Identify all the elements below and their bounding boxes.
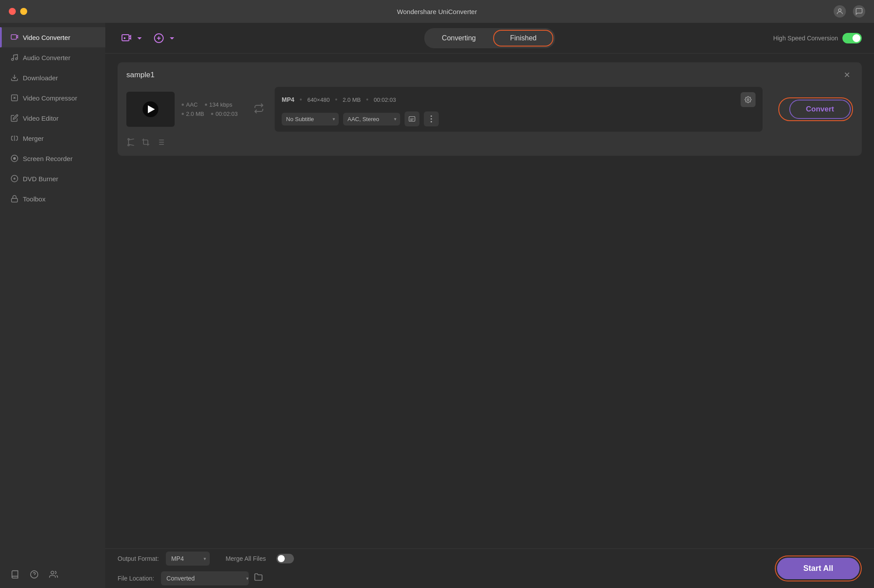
meta-row-1: AAC 134 kbps [182, 101, 243, 108]
sidebar-label-video-converter: Video Converter [23, 34, 70, 41]
sidebar-item-video-compressor[interactable]: Video Compressor [0, 88, 105, 108]
library-icon[interactable] [11, 570, 19, 581]
cut-icon[interactable] [126, 138, 135, 149]
codec-value: AAC [186, 101, 198, 108]
bitrate-value: 134 kbps [209, 101, 233, 108]
sidebar-label-video-compressor: Video Compressor [23, 94, 77, 102]
add-more-button[interactable] [150, 30, 181, 46]
sidebar-item-screen-recorder[interactable]: Screen Recorder [0, 148, 105, 169]
file-card: sample1 ✕ AAC [118, 62, 862, 156]
svg-rect-11 [11, 198, 18, 202]
effects-icon[interactable] [156, 138, 165, 149]
start-all-button[interactable]: Start All [777, 558, 860, 579]
sidebar-label-merger: Merger [23, 135, 44, 142]
play-button[interactable] [143, 101, 158, 117]
user-icon[interactable] [834, 5, 846, 18]
svg-point-14 [51, 571, 54, 574]
output-duration: 00:02:03 [374, 97, 396, 103]
sidebar-item-downloader[interactable]: Downloader [0, 68, 105, 88]
play-icon [148, 105, 155, 113]
meta-dot-2 [205, 104, 207, 106]
svg-point-10 [14, 178, 15, 179]
sidebar-label-toolbox: Toolbox [23, 195, 46, 203]
sidebar-item-audio-converter[interactable]: Audio Converter [0, 47, 105, 68]
sidebar-label-video-editor: Video Editor [23, 115, 58, 122]
subtitle-select[interactable]: No Subtitle Add Subtitle [282, 113, 339, 125]
svg-point-9 [11, 176, 18, 182]
audio-select[interactable]: AAC, Stereo MP3, Stereo [343, 113, 400, 125]
size-value: 2.0 MB [186, 111, 204, 117]
file-location-select[interactable]: Converted Desktop Downloads Custom... [161, 571, 249, 585]
merge-toggle[interactable] [276, 554, 294, 563]
file-name: sample1 [126, 71, 154, 79]
file-location-row: File Location: Converted Desktop Downloa… [118, 571, 294, 585]
svg-point-25 [430, 115, 432, 117]
tab-finished[interactable]: Finished [493, 30, 553, 47]
output-format-label: Output Format: [118, 555, 159, 562]
output-format-select[interactable]: MP4 MOV AVI MKV [166, 552, 210, 566]
output-resolution: 640×480 [307, 97, 330, 103]
convert-button[interactable]: Convert [789, 100, 851, 119]
file-location-label: File Location: [118, 575, 154, 582]
sidebar-label-downloader: Downloader [23, 74, 58, 82]
svg-point-0 [838, 9, 841, 11]
subtitle-select-wrapper: No Subtitle Add Subtitle [282, 113, 339, 125]
title-bar: Wondershare UniConverter [0, 0, 874, 23]
more-options-button[interactable] [424, 111, 439, 126]
file-location-wrapper: Converted Desktop Downloads Custom... [161, 571, 265, 585]
svg-point-26 [430, 118, 432, 119]
sidebar-item-toolbox[interactable]: Toolbox [0, 189, 105, 209]
sidebar-item-dvd-burner[interactable]: DVD Burner [0, 169, 105, 189]
file-close-button[interactable]: ✕ [841, 69, 853, 81]
users-icon[interactable] [49, 570, 58, 581]
add-files-button[interactable] [118, 30, 148, 46]
message-icon[interactable] [853, 5, 865, 18]
bottom-bar: Output Format: MP4 MOV AVI MKV Merge All… [105, 549, 874, 588]
subtitle-icon-button[interactable] [405, 111, 419, 126]
audio-select-wrapper: AAC, Stereo MP3, Stereo [343, 113, 400, 125]
sidebar-label-screen-recorder: Screen Recorder [23, 155, 72, 162]
svg-point-2 [11, 58, 14, 61]
meta-dot-4 [211, 113, 213, 115]
folder-icon-button[interactable] [252, 571, 265, 585]
file-card-header: sample1 ✕ [126, 69, 853, 81]
start-all-wrapper: Start All [775, 556, 862, 581]
high-speed-label: High Speed Conversion [773, 35, 838, 42]
shuffle-icon[interactable] [250, 101, 268, 118]
meta-bitrate: 134 kbps [205, 101, 233, 108]
high-speed-toggle[interactable] [842, 33, 862, 43]
file-area: sample1 ✕ AAC [105, 54, 874, 549]
file-actions [126, 138, 853, 149]
minimize-button[interactable] [20, 8, 27, 15]
output-top: MP4 • 640×480 • 2.0 MB • 00:02:03 [282, 92, 756, 107]
video-thumbnail[interactable] [126, 92, 175, 127]
close-button[interactable] [9, 8, 16, 15]
output-format-row: Output Format: MP4 MOV AVI MKV Merge All… [118, 552, 294, 566]
sidebar-item-video-converter[interactable]: Video Converter [0, 27, 105, 47]
output-size: 2.0 MB [343, 97, 361, 103]
svg-point-8 [14, 158, 16, 160]
svg-rect-1 [11, 35, 17, 39]
sidebar-item-video-editor[interactable]: Video Editor [0, 108, 105, 128]
settings-gear-button[interactable] [741, 92, 756, 107]
title-bar-icons [834, 5, 865, 18]
tab-converting[interactable]: Converting [426, 30, 491, 47]
duration-value: 00:02:03 [215, 111, 238, 117]
sidebar: Video Converter Audio Converter Download… [0, 23, 105, 588]
toolbar: Converting Finished High Speed Conversio… [105, 23, 874, 54]
svg-point-27 [430, 121, 432, 122]
output-bottom: No Subtitle Add Subtitle AAC, Stereo MP3… [282, 111, 756, 126]
output-format-select-wrapper: MP4 MOV AVI MKV [166, 552, 210, 566]
output-settings: MP4 • 640×480 • 2.0 MB • 00:02:03 [275, 87, 763, 132]
sidebar-item-merger[interactable]: Merger [0, 128, 105, 148]
sidebar-label-audio-converter: Audio Converter [23, 54, 70, 61]
help-icon[interactable] [30, 570, 39, 581]
meta-duration: 00:02:03 [211, 111, 238, 117]
app-title: Wondershare UniConverter [397, 8, 477, 15]
file-meta: AAC 134 kbps 2.0 MB [182, 101, 243, 117]
meta-codec: AAC [182, 101, 198, 108]
sidebar-bottom [0, 563, 105, 588]
high-speed-conversion: High Speed Conversion [773, 33, 862, 43]
crop-icon[interactable] [141, 138, 150, 149]
window-controls [9, 8, 27, 15]
